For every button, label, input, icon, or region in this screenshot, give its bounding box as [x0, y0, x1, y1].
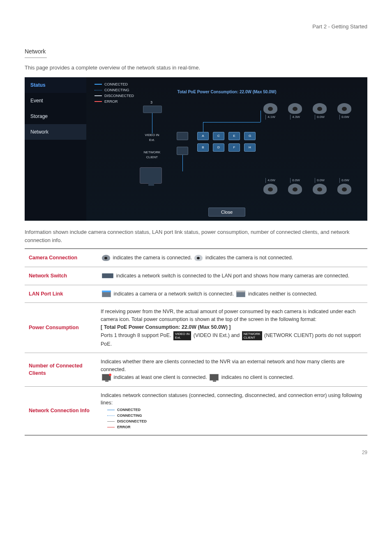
camera-connected-icon [102, 255, 110, 261]
wire [182, 155, 183, 171]
camera-icon: 0.0W [311, 103, 329, 120]
legend-label: CONNECTING [104, 87, 129, 93]
screenshot-figure: Status Event Storage Network CONNECTED C… [25, 77, 367, 221]
network-status-window: Status Event Storage Network CONNECTED C… [25, 77, 367, 221]
status-legend: CONNECTED CONNECTING DISCONNECTED ERROR [95, 81, 134, 104]
status-label: DISCONNECTED [117, 418, 147, 424]
row-text: Ports 1 through 8 support PoE. VIDEO IN … [101, 331, 363, 348]
row-body: Indicates network connection statuses (c… [97, 386, 367, 435]
power-value: 4.3W [290, 115, 300, 120]
table-row: Network Connection Info Indicates networ… [25, 386, 367, 435]
power-value: 4.1W [265, 115, 275, 120]
line-disconnected-icon [107, 421, 115, 422]
network-switch-icon [102, 273, 113, 278]
tab-storage[interactable]: Storage [25, 108, 86, 124]
row-body: indicates a network switch is connected … [97, 267, 367, 285]
lan-port-connected-icon [102, 291, 111, 297]
poe-consumption-title: Total PoE Power Consumption: 22.0W (Max … [95, 89, 359, 95]
camera-icon: 4.3W [286, 103, 304, 120]
row-heading: Network Connection Info [25, 386, 97, 435]
power-value: 0.0W [339, 115, 349, 120]
video-in-ext-label: VIDEO IN Ext. [140, 133, 164, 143]
port-b: B [197, 143, 209, 152]
wire [152, 113, 152, 134]
camera-icon: 0.0W [335, 178, 353, 194]
status-label: CONNECTED [117, 407, 141, 413]
close-button[interactable]: Close [208, 208, 245, 217]
power-value: 4.0W [265, 178, 275, 183]
client-disconnected-icon [210, 374, 219, 381]
table-row: Camera Connection indicates the camera i… [25, 249, 367, 267]
row-text: indicates the camera is connected. [111, 255, 193, 261]
camera-icon: 0.0W [286, 178, 304, 194]
line-connecting-icon [107, 416, 115, 416]
row-text: indicates the camera is not connected. [204, 255, 293, 261]
table-row: Number of Connected Clients Indicates wh… [25, 353, 367, 386]
port-h: H [244, 143, 256, 152]
status-label: CONNECTING [117, 413, 142, 418]
wire [203, 122, 203, 132]
table-row: LAN Port Link indicates a camera or a ne… [25, 285, 367, 303]
video-in-ext-badge: VIDEO IN Ext. [173, 331, 191, 340]
row-heading: Camera Connection [25, 249, 97, 267]
table-row: Network Switch indicates a network switc… [25, 267, 367, 285]
intro-text: This page provides a complete overview o… [25, 64, 367, 72]
lan-port-disconnected-icon [236, 291, 245, 297]
legend-label: DISCONNECTED [104, 93, 134, 99]
row-heading: Network Switch [25, 267, 97, 285]
network-switch-icon [143, 106, 162, 113]
port-e: E [228, 132, 240, 140]
row-text: Indicates network connection statuses (c… [101, 392, 363, 407]
port-a: A [197, 132, 209, 140]
row-text: indicates a camera or a network switch i… [112, 291, 235, 297]
page-number: 29 [25, 449, 367, 456]
port-g: G [244, 132, 256, 140]
row-body: Indicates whether there are clients conn… [97, 353, 367, 386]
row-text: Indicates whether there are clients conn… [101, 358, 363, 374]
row-text: Ports 1 through 8 support PoE. [101, 332, 173, 338]
table-row: Power Consumption If receiving power fro… [25, 303, 367, 353]
legend-line-connecting [95, 90, 102, 90]
port-c: C [213, 132, 224, 140]
port-f: F [228, 143, 240, 152]
client-monitor-icon [140, 167, 162, 184]
legend-line-error [95, 101, 102, 102]
status-lines-list: CONNECTED CONNECTING DISCONNECTED ERROR [101, 407, 363, 430]
power-value: 0.0W [315, 178, 325, 183]
camera-icon: 0.0W [335, 103, 353, 120]
power-value: 0.0W [290, 178, 300, 183]
tab-network[interactable]: Network [25, 124, 86, 140]
line-connected-icon [107, 410, 115, 410]
row-text-bold: [ Total PoE Power Consumption: 22.0W (Ma… [101, 323, 363, 331]
switch-camera-count: 3 [150, 100, 152, 106]
port-grid: A C E G B D F H [197, 132, 256, 152]
camera-row-top: 4.1W 4.3W 0.0W 0.0W [261, 103, 353, 120]
wire [261, 111, 261, 122]
row-body: If receiving power from the NVR, the act… [97, 303, 367, 353]
row-heading: Number of Connected Clients [25, 353, 97, 386]
video-in-ext-port-icon [177, 132, 188, 140]
row-text: (VIDEO IN Ext.) and [194, 332, 241, 338]
description-paragraph: Information shown include camera connect… [25, 228, 367, 244]
sidebar: Status Event Storage Network [25, 77, 86, 221]
status-label: ERROR [117, 424, 131, 430]
line-error-icon [107, 427, 115, 427]
tab-status[interactable]: Status [25, 77, 86, 93]
info-table: Camera Connection indicates the camera i… [25, 248, 367, 436]
row-body: indicates a camera or a network switch i… [97, 285, 367, 303]
heading-underline [25, 58, 47, 58]
row-text: indicates at least one client is connect… [112, 374, 208, 380]
network-diagram: 3 VIDEO IN Ext. NETWORK CLIENT A C E G B… [95, 106, 359, 192]
row-text: If receiving power from the NVR, the act… [101, 308, 363, 323]
row-text: indicates no client is connected. [220, 374, 294, 380]
tab-event[interactable]: Event [25, 93, 86, 108]
power-value: 0.0W [339, 178, 349, 183]
camera-icon: 0.0W [311, 178, 329, 194]
power-value: 0.0W [315, 115, 325, 120]
network-client-badge: NETWORK CLIENT [242, 331, 262, 340]
wire [203, 122, 261, 122]
camera-icon: 4.1W [261, 103, 279, 120]
section-heading: Network [25, 47, 367, 56]
row-text: indicates a network switch is connected … [115, 273, 349, 279]
network-client-port-icon [177, 147, 188, 155]
